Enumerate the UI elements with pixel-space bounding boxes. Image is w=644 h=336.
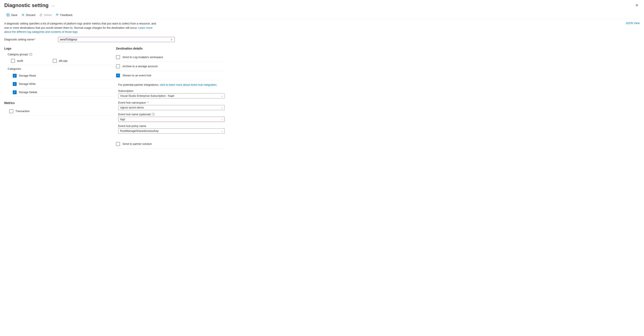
- more-menu-icon[interactable]: ⋯: [52, 3, 55, 8]
- feedback-button[interactable]: Feedback: [56, 13, 72, 16]
- discard-icon: [21, 13, 25, 16]
- info-icon[interactable]: i: [152, 113, 154, 116]
- chevron-down-icon: ⌵: [221, 130, 223, 132]
- partner-solution-label: Send to partner solution: [122, 142, 152, 146]
- log-analytics-checkbox[interactable]: [116, 55, 120, 59]
- svg-point-0: [56, 14, 57, 15]
- save-button[interactable]: Save: [6, 13, 18, 16]
- subscription-label: Subscription: [118, 89, 225, 93]
- storage-write-checkbox[interactable]: [13, 82, 16, 86]
- hub-name-select[interactable]: logs ⌵: [118, 117, 225, 122]
- delete-button: Delete: [39, 13, 52, 16]
- page-title: Diagnostic setting: [4, 2, 48, 8]
- storage-write-label: Storage Write: [19, 82, 36, 85]
- hub-name-label: Event hub name (optional) i: [118, 113, 225, 116]
- event-hub-checkbox[interactable]: [116, 74, 120, 77]
- policy-select[interactable]: RootManageSharedAccessKey ⌵: [118, 129, 225, 134]
- policy-label: Event hub policy name: [118, 124, 225, 128]
- alllogs-label: allLogs: [59, 59, 68, 62]
- chevron-down-icon: ⌵: [221, 94, 223, 97]
- storage-read-label: Storage Read: [19, 74, 36, 77]
- feedback-icon: [56, 13, 59, 16]
- delete-icon: [39, 13, 42, 16]
- categories-label: Categories: [8, 67, 116, 70]
- namespace-select[interactable]: signoz-azure-demo ⌵: [118, 105, 225, 110]
- event-hub-label: Stream to an event hub: [122, 74, 151, 77]
- eh-note: For potential partner integrations, clic…: [118, 83, 225, 86]
- delete-label: Delete: [44, 13, 52, 16]
- namespace-label: Event hub namespace*: [118, 101, 225, 104]
- toolbar: Save Discard Delete Feedback: [4, 9, 640, 19]
- setting-name-input[interactable]: [58, 37, 175, 42]
- valid-check-icon: ✓: [170, 38, 173, 41]
- description-text: A diagnostic setting specifies a list of…: [4, 21, 158, 34]
- metrics-heading: Metrics: [4, 101, 116, 105]
- subscription-select[interactable]: Visual Studio Enterprise Subscription - …: [118, 93, 225, 98]
- chevron-down-icon: ⌵: [221, 118, 223, 121]
- alllogs-checkbox[interactable]: [53, 59, 57, 63]
- save-icon: [6, 13, 10, 16]
- eh-integration-link[interactable]: click to learn more about event hub inte…: [160, 83, 217, 86]
- chevron-down-icon: ⌵: [221, 106, 223, 109]
- storage-account-label: Archive to a storage account: [122, 65, 158, 68]
- transaction-label: Transaction: [15, 110, 30, 113]
- audit-checkbox[interactable]: [11, 59, 15, 63]
- destination-heading: Destination details: [116, 47, 225, 50]
- transaction-checkbox[interactable]: [9, 109, 13, 113]
- discard-button[interactable]: Discard: [21, 13, 35, 16]
- close-icon[interactable]: ✕: [634, 2, 640, 9]
- storage-delete-label: Storage Delete: [19, 91, 37, 94]
- partner-solution-checkbox[interactable]: [116, 142, 120, 146]
- save-label: Save: [11, 13, 18, 16]
- log-analytics-label: Send to Log Analytics workspace: [122, 55, 163, 59]
- storage-delete-checkbox[interactable]: [13, 90, 16, 94]
- storage-account-checkbox[interactable]: [116, 64, 120, 68]
- feedback-label: Feedback: [60, 13, 72, 16]
- category-groups-label: Category groups i: [8, 53, 116, 56]
- json-view-link[interactable]: JSON View: [626, 21, 640, 25]
- discard-label: Discard: [26, 13, 35, 16]
- info-icon[interactable]: i: [30, 53, 32, 56]
- storage-read-checkbox[interactable]: [13, 74, 16, 78]
- logs-heading: Logs: [4, 47, 116, 50]
- setting-name-label: Diagnostic setting name*: [4, 38, 58, 41]
- audit-label: audit: [17, 59, 23, 62]
